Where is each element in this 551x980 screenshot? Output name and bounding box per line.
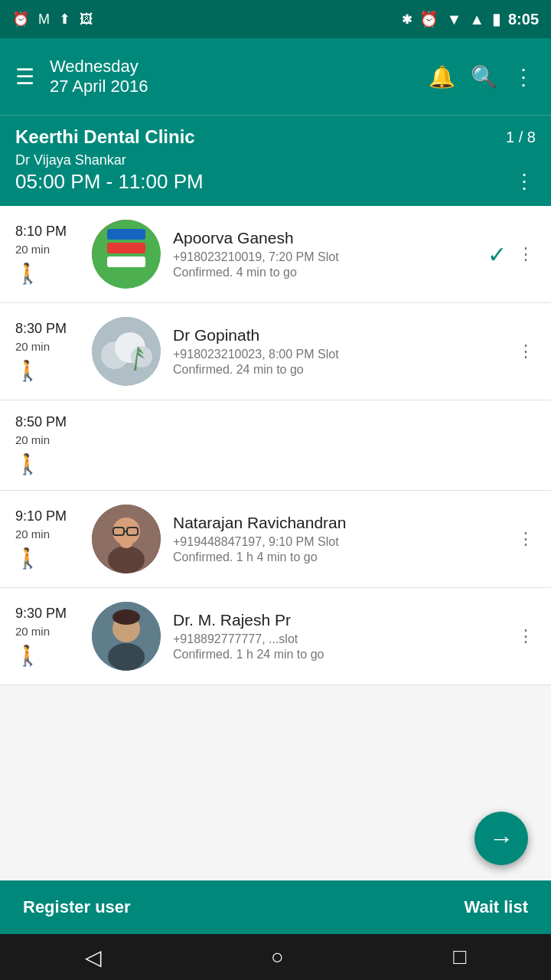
status-icons-right: ✱ ⏰ ▼ ▲ ▮ 8:05 bbox=[402, 10, 539, 28]
clock-icon: ⏰ bbox=[12, 11, 29, 28]
clinic-header: Keerthi Dental Clinic 1 / 8 Dr Vijaya Sh… bbox=[0, 115, 551, 206]
svg-point-14 bbox=[120, 541, 132, 548]
appt-more-icon[interactable]: ⋮ bbox=[517, 244, 536, 264]
battery-icon: ▮ bbox=[492, 10, 500, 28]
home-button[interactable]: ○ bbox=[271, 945, 284, 969]
svg-rect-1 bbox=[107, 243, 145, 253]
appt-time: 8:30 PM bbox=[15, 321, 67, 337]
appt-actions: ⋮ bbox=[517, 341, 536, 361]
nav-bar: ◁ ○ □ bbox=[0, 934, 551, 980]
appt-name: Dr Gopinath bbox=[173, 326, 517, 345]
svg-rect-3 bbox=[107, 229, 145, 240]
appt-actions: ⋮ bbox=[517, 529, 536, 549]
appt-name: Apoorva Ganesh bbox=[173, 229, 487, 247]
appt-status: Confirmed. 24 min to go bbox=[173, 363, 517, 377]
fab-button[interactable]: → bbox=[474, 812, 528, 865]
appt-time-col: 9:30 PM 20 min 🚶 bbox=[15, 606, 92, 668]
appt-status: Confirmed. 4 min to go bbox=[173, 266, 487, 279]
confirm-check-icon[interactable]: ✓ bbox=[487, 241, 507, 268]
walk-icon: 🚶 bbox=[15, 262, 40, 286]
clinic-time-range: 05:00 PM - 11:00 PM bbox=[15, 170, 204, 194]
appt-duration: 20 min bbox=[15, 625, 50, 638]
appt-phone: +919448847197, 9:10 PM Slot bbox=[173, 535, 517, 549]
appt-actions: ⋮ bbox=[517, 626, 536, 646]
appt-time: 9:10 PM bbox=[15, 508, 67, 524]
appt-duration: 20 min bbox=[15, 243, 50, 256]
appt-time-col: 8:30 PM 20 min 🚶 bbox=[15, 321, 92, 383]
appt-info: Dr Gopinath +918023210023, 8:00 PM Slot … bbox=[173, 326, 517, 377]
toolbar-date: 27 April 2016 bbox=[50, 77, 413, 96]
alarm-icon: ⏰ bbox=[419, 10, 439, 28]
recent-apps-button[interactable]: □ bbox=[453, 945, 466, 969]
appt-avatar bbox=[92, 317, 161, 386]
walk-icon: 🚶 bbox=[15, 547, 40, 570]
walk-icon: 🚶 bbox=[15, 644, 40, 668]
appt-name: Dr. M. Rajesh Pr bbox=[173, 611, 517, 629]
status-icons-left: ⏰ M ⬆ 🖼 bbox=[12, 11, 93, 28]
appointments-list: 8:10 PM 20 min 🚶 Apoorva Ganesh +9180232… bbox=[0, 206, 551, 685]
appointment-row: 8:10 PM 20 min 🚶 Apoorva Ganesh +9180232… bbox=[0, 206, 551, 303]
toolbar-title: Wednesday 27 April 2016 bbox=[50, 57, 413, 96]
image-icon: 🖼 bbox=[80, 11, 93, 28]
signal-icon: ▲ bbox=[469, 11, 484, 28]
gmail-icon: M bbox=[38, 11, 50, 28]
status-bar: ⏰ M ⬆ 🖼 ✱ ⏰ ▼ ▲ ▮ 8:05 bbox=[0, 0, 551, 38]
appt-actions: ✓ ⋮ bbox=[487, 241, 536, 268]
appointment-row: 9:30 PM 20 min 🚶 Dr. M. Rajesh Pr +91889… bbox=[0, 588, 551, 685]
notification-icon[interactable]: 🔔 bbox=[429, 64, 455, 90]
appt-status: Confirmed. 1 h 24 min to go bbox=[173, 648, 517, 662]
appt-duration: 20 min bbox=[15, 433, 50, 446]
back-button[interactable]: ◁ bbox=[85, 945, 102, 970]
appt-phone: +918023210023, 8:00 PM Slot bbox=[173, 348, 517, 361]
walk-icon: 🚶 bbox=[15, 359, 40, 383]
toolbar-actions: 🔔 🔍 ⋮ bbox=[429, 64, 536, 90]
wait-list-button[interactable]: Wait list bbox=[464, 897, 528, 917]
svg-point-18 bbox=[112, 609, 140, 625]
bottom-bar: Register user Wait list bbox=[0, 880, 551, 934]
appt-more-icon[interactable]: ⋮ bbox=[517, 341, 536, 361]
register-user-button[interactable]: Register user bbox=[23, 897, 131, 917]
appt-time: 8:10 PM bbox=[15, 224, 67, 240]
bluetooth-icon: ✱ bbox=[402, 12, 412, 27]
appt-avatar bbox=[92, 602, 161, 671]
appointment-row: 9:10 PM 20 min 🚶 Natarajan Ravichandran … bbox=[0, 491, 551, 588]
walk-icon: 🚶 bbox=[15, 452, 40, 476]
appointment-row: 8:30 PM 20 min 🚶 Dr Gopinath +9180232100… bbox=[0, 303, 551, 400]
appt-time-col: 9:10 PM 20 min 🚶 bbox=[15, 508, 92, 570]
appt-time: 9:30 PM bbox=[15, 606, 67, 622]
clinic-doctor-info: Dr Vijaya Shankar 05:00 PM - 11:00 PM bbox=[15, 148, 204, 194]
appt-avatar bbox=[92, 220, 161, 289]
clinic-top-row: Keerthi Dental Clinic 1 / 8 bbox=[15, 126, 536, 148]
appt-avatar bbox=[92, 505, 161, 573]
clinic-bottom-row: Dr Vijaya Shankar 05:00 PM - 11:00 PM ⋮ bbox=[15, 148, 536, 194]
wifi-icon: ▼ bbox=[446, 11, 461, 28]
appt-time: 8:50 PM bbox=[15, 414, 67, 430]
clinic-count: 1 / 8 bbox=[506, 129, 536, 146]
appt-info: Apoorva Ganesh +918023210019, 7:20 PM Sl… bbox=[173, 229, 487, 279]
more-options-icon[interactable]: ⋮ bbox=[513, 64, 536, 90]
appt-info: Dr. M. Rajesh Pr +918892777777, ...slot … bbox=[173, 611, 517, 662]
clinic-doctor-name: Dr Vijaya Shankar bbox=[15, 152, 204, 168]
search-icon[interactable]: 🔍 bbox=[471, 64, 497, 90]
menu-icon[interactable]: ☰ bbox=[15, 64, 34, 90]
clinic-more-icon[interactable]: ⋮ bbox=[514, 170, 536, 194]
appt-duration: 20 min bbox=[15, 528, 50, 541]
clinic-name: Keerthi Dental Clinic bbox=[15, 126, 195, 148]
upload-icon: ⬆ bbox=[59, 11, 70, 28]
toolbar: ☰ Wednesday 27 April 2016 🔔 🔍 ⋮ bbox=[0, 38, 551, 115]
fab-arrow-icon: → bbox=[489, 825, 514, 853]
appt-duration: 20 min bbox=[15, 340, 50, 353]
time-display: 8:05 bbox=[508, 11, 539, 28]
appt-status: Confirmed. 1 h 4 min to go bbox=[173, 550, 517, 564]
toolbar-day: Wednesday bbox=[50, 57, 413, 77]
svg-rect-2 bbox=[107, 256, 145, 267]
appt-more-icon[interactable]: ⋮ bbox=[517, 626, 536, 646]
appt-phone: +918892777777, ...slot bbox=[173, 632, 517, 646]
svg-point-17 bbox=[108, 643, 145, 671]
appt-more-icon[interactable]: ⋮ bbox=[517, 529, 536, 549]
appt-name: Natarajan Ravichandran bbox=[173, 514, 517, 532]
svg-point-10 bbox=[108, 546, 145, 573]
appt-phone: +918023210019, 7:20 PM Slot bbox=[173, 250, 487, 264]
appt-time-col: 8:50 PM 20 min 🚶 bbox=[15, 414, 92, 476]
appt-time-col: 8:10 PM 20 min 🚶 bbox=[15, 224, 92, 286]
